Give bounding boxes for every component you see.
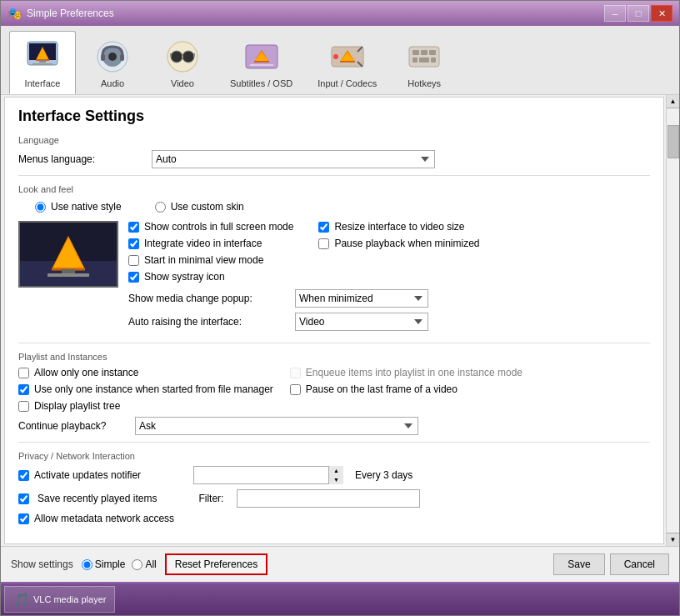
recently-played-label: Save recently played items <box>38 493 157 504</box>
updates-spin-wrapper: ▲ ▼ <box>193 466 343 484</box>
media-change-select[interactable]: When minimized <box>295 289 428 308</box>
spin-arrows: ▲ ▼ <box>328 466 343 484</box>
hotkeys-icon <box>404 37 444 77</box>
cancel-button[interactable]: Cancel <box>610 553 669 575</box>
svg-marker-39 <box>53 238 83 268</box>
app-icon: 🎭 <box>8 7 22 20</box>
taskbar-vlc-label: VLC media player <box>33 594 106 604</box>
scroll-up-button[interactable]: ▲ <box>667 95 679 108</box>
show-systray-label: Show systray icon <box>144 271 225 283</box>
look-feel-header: Look and feel <box>18 184 650 194</box>
input-icon <box>328 37 368 77</box>
scroll-down-button[interactable]: ▼ <box>667 533 679 546</box>
file-manager-row: Use only one instance when started from … <box>18 383 273 395</box>
metadata-check[interactable] <box>18 513 29 524</box>
settings-mode-group: Simple All <box>82 558 157 570</box>
taskbar-vlc-icon: 🎵 <box>13 592 30 608</box>
style-radio-row: Use native style Use custom skin <box>35 201 650 213</box>
playlist-right-col: Enqueue items into playlist in one insta… <box>290 367 522 412</box>
main-content: Interface Settings Language Menus langua… <box>4 97 664 544</box>
resize-interface-label: Resize interface to video size <box>334 221 464 233</box>
minimal-view-label: Start in minimal view mode <box>144 254 263 266</box>
preview-inner <box>20 223 117 286</box>
recently-played-check[interactable] <box>18 493 29 504</box>
updates-row: Activate updates notifier ▲ ▼ Every 3 da… <box>18 466 650 484</box>
save-button[interactable]: Save <box>553 553 604 575</box>
window-title: Simple Preferences <box>27 8 114 19</box>
menus-language-row: Menus language: Auto <box>18 150 650 168</box>
pause-minimized-check[interactable] <box>318 238 329 249</box>
scrollbar[interactable]: ▲ ▼ <box>666 95 679 546</box>
bottom-left: Show settings Simple All Reset Preferenc… <box>11 553 268 575</box>
bottom-bar: Show settings Simple All Reset Preferenc… <box>1 546 679 582</box>
media-change-row: Show media change popup: When minimized <box>128 289 480 308</box>
metadata-label: Allow metadata network access <box>34 513 174 524</box>
divider-3 <box>18 442 650 443</box>
menus-language-label: Menus language: <box>18 153 152 165</box>
divider-2 <box>18 343 650 343</box>
minimize-button[interactable]: – <box>604 5 626 22</box>
custom-skin-radio[interactable] <box>155 202 166 213</box>
spin-down-button[interactable]: ▼ <box>329 475 343 484</box>
col-checks-left: Show controls in full screen mode Integr… <box>128 221 293 283</box>
scroll-thumb[interactable] <box>668 125 679 158</box>
spin-up-button[interactable]: ▲ <box>329 466 343 475</box>
media-change-label: Show media change popup: <box>128 293 295 304</box>
svg-point-14 <box>182 51 194 63</box>
continue-label: Continue playback? <box>18 420 135 432</box>
auto-raising-row: Auto raising the interface: Video <box>128 313 480 331</box>
svg-rect-42 <box>48 273 89 277</box>
enqueue-check[interactable] <box>290 368 301 378</box>
resize-interface-row: Resize interface to video size <box>318 221 479 233</box>
integrate-video-check[interactable] <box>128 238 139 249</box>
nav-item-hotkeys[interactable]: Hotkeys <box>391 31 458 94</box>
menus-language-select[interactable]: Auto <box>152 150 435 168</box>
svg-rect-32 <box>412 50 419 55</box>
simple-radio-label[interactable]: Simple <box>82 558 126 570</box>
simple-radio[interactable] <box>82 559 92 570</box>
svg-rect-41 <box>62 269 75 273</box>
all-radio-label[interactable]: All <box>132 558 156 570</box>
pause-last-check[interactable] <box>290 384 301 395</box>
updates-left: Activate updates notifier <box>18 469 185 481</box>
show-systray-check[interactable] <box>128 272 139 283</box>
nav-item-audio[interactable]: Audio <box>79 31 146 94</box>
nav-item-interface[interactable]: Interface <box>9 31 76 94</box>
maximize-button[interactable]: □ <box>628 5 649 22</box>
continue-select[interactable]: Ask <box>135 417 418 435</box>
show-controls-check[interactable] <box>128 222 139 233</box>
updates-frequency-label: Every 3 days <box>355 469 412 481</box>
svg-point-9 <box>108 53 117 61</box>
main-window: 🎭 Simple Preferences – □ ✕ <box>0 0 680 616</box>
updates-check[interactable] <box>18 470 29 481</box>
close-button[interactable]: ✕ <box>651 5 672 22</box>
resize-interface-check[interactable] <box>318 222 329 233</box>
display-tree-check[interactable] <box>18 401 29 412</box>
file-manager-check[interactable] <box>18 384 29 395</box>
svg-rect-35 <box>412 58 418 63</box>
all-radio[interactable] <box>132 559 142 570</box>
nav-item-input[interactable]: Input / Codecs <box>307 31 388 94</box>
native-style-radio[interactable] <box>35 202 46 213</box>
nav-item-subtitles[interactable]: Subtitles / OSD <box>219 31 303 94</box>
pause-minimized-label: Pause playback when minimized <box>334 238 479 249</box>
integrate-video-row: Integrate video in interface <box>128 238 293 249</box>
taskbar-vlc[interactable]: 🎵 VLC media player <box>4 586 115 613</box>
updates-spinbox[interactable] <box>193 466 343 484</box>
minimal-view-check[interactable] <box>128 255 139 266</box>
bottom-right: Save Cancel <box>553 553 669 575</box>
playlist-left-col: Allow only one instance Use only one ins… <box>18 367 273 412</box>
reset-preferences-button[interactable]: Reset Preferences <box>165 553 268 575</box>
filter-input[interactable] <box>237 489 420 508</box>
nav-item-video[interactable]: Video <box>149 31 216 94</box>
updates-label: Activate updates notifier <box>34 469 141 481</box>
display-tree-label: Display playlist tree <box>34 400 120 412</box>
svg-point-28 <box>333 54 338 59</box>
page-title: Interface Settings <box>18 108 650 125</box>
one-instance-check[interactable] <box>18 368 29 378</box>
divider-1 <box>18 175 650 176</box>
audio-icon <box>92 37 132 77</box>
preview-and-checks: Show controls in full screen mode Integr… <box>18 221 650 336</box>
svg-rect-34 <box>429 50 436 55</box>
auto-raising-select[interactable]: Video <box>295 313 428 331</box>
